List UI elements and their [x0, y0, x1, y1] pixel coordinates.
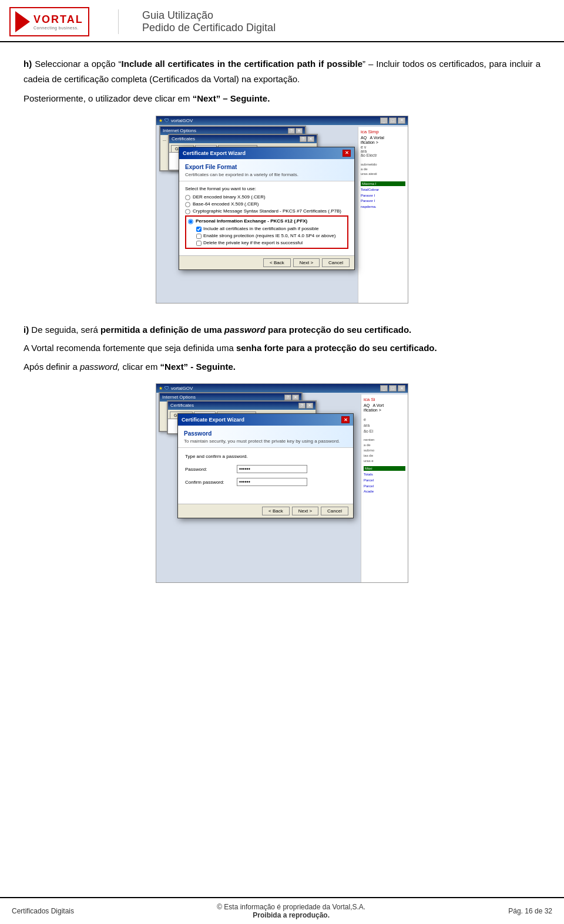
- section-i-italic1: password: [224, 325, 266, 335]
- io2-title: Internet Options: [162, 394, 196, 400]
- wizard2-type-label: Type and confirm a password.: [185, 454, 346, 459]
- wizard1-cb3[interactable]: Delete the private key if the export is …: [196, 240, 345, 246]
- close2-btn[interactable]: ✕: [398, 385, 405, 392]
- wizard1-cb2[interactable]: Enable strong protection (requires IE 5.…: [196, 233, 345, 239]
- io-x-btn[interactable]: ✕: [296, 128, 303, 134]
- header: VORTAL Connecting business. Guia Utiliza…: [0, 0, 564, 42]
- radio-pkcs7-label: Cryptographic Message Syntax Standard - …: [193, 208, 341, 214]
- shield-icon: 🛡: [164, 118, 169, 123]
- section-i-bold2: para protecção do seu certificado.: [266, 325, 411, 335]
- section-i-italic2: password,: [80, 362, 120, 372]
- browser-right-text3: ification >: [361, 140, 405, 144]
- minimize-btn[interactable]: _: [380, 117, 388, 124]
- io-title-text: Internet Options: [163, 128, 196, 134]
- wizard2-next-btn[interactable]: Next >: [292, 507, 318, 515]
- password-input[interactable]: ••••••: [237, 465, 307, 473]
- radio-base64[interactable]: [185, 202, 190, 207]
- section-i-label: i): [24, 325, 29, 335]
- cert-btns: ? ✕: [300, 136, 314, 142]
- cb-delete-key[interactable]: [196, 241, 202, 246]
- screenshot2: ★ 🛡 vortalGOV _ □ ✕ ica Si AQ A Vort ifi…: [156, 383, 408, 583]
- footer-left: Certificados Digitais: [12, 907, 74, 915]
- cb-strong-prot[interactable]: [196, 234, 202, 239]
- title-line1: Guia Utilização: [142, 9, 276, 22]
- logo-area: VORTAL Connecting business.: [9, 7, 112, 36]
- section-h-subsequently: Posteriormente, o utilizador deve clicar…: [24, 93, 193, 103]
- browser2-btns: _ □ ✕: [380, 385, 405, 392]
- section-i-bold3: senha forte para a protecção do seu cert…: [236, 343, 437, 353]
- logo-vortal-text: VORTAL: [33, 14, 83, 26]
- io2-q[interactable]: ?: [284, 394, 291, 400]
- wizard1-radio4[interactable]: Personal Information Exchange - PKCS #12…: [188, 218, 345, 224]
- title-line2: Pedido de Certificado Digital: [142, 22, 276, 34]
- wizard1-header: Export File Format Certificates can be e…: [179, 159, 354, 181]
- wizard1-radio1[interactable]: DER encoded binary X.509 (.CER): [185, 194, 348, 200]
- cert-q-btn[interactable]: ?: [300, 136, 307, 142]
- confirm-input[interactable]: ••••••: [237, 478, 307, 486]
- wizard2-header-title: Password: [184, 430, 347, 437]
- wizard1: Certificate Export Wizard ✕ Export File …: [179, 147, 355, 270]
- maximize-btn[interactable]: □: [389, 117, 397, 124]
- io2-btns: ? ✕: [284, 394, 299, 400]
- cert2-btns: ? ✕: [298, 403, 313, 409]
- io-btns: ? ✕: [288, 128, 303, 134]
- wizard2-titlebar: Certificate Export Wizard ✕: [178, 414, 353, 426]
- browser-titlebar: ★ 🛡 vortalGOV _ □ ✕: [156, 116, 408, 125]
- browser-right-links: TotalCobrarParasnr IParasnr Inapdema.: [361, 187, 405, 210]
- wizard1-body: Select the format you want to use: DER e…: [179, 181, 354, 255]
- cb-strong-label: Enable strong protection (requires IE 5.…: [203, 233, 335, 238]
- wizard1-next-btn[interactable]: Next >: [293, 258, 320, 267]
- wizard1-radio3[interactable]: Cryptographic Message Syntax Standard - …: [185, 208, 348, 214]
- section-h-before: Seleccionar a opção “: [35, 59, 121, 69]
- browser-right-text5: submetidoa deuras atesti: [361, 162, 405, 182]
- browser-content-area: ica Simp AQ A Vortal ification > e varaã…: [358, 127, 408, 303]
- wizard1-cb1[interactable]: Include all certificates in the certific…: [196, 226, 345, 232]
- wizard2-body: Type and confirm a password. Password: •…: [178, 448, 353, 492]
- browser-right-text4: e varaão Electr: [361, 145, 405, 157]
- cb-include-certs[interactable]: [196, 227, 202, 232]
- wizard2-confirm-row: Confirm password: ••••••: [185, 478, 346, 486]
- wizard2-back-btn[interactable]: < Back: [262, 507, 290, 515]
- browser2-right-t4: earaão El: [364, 417, 405, 434]
- wizard1-header-title: Export File Format: [185, 164, 348, 170]
- wizard2-cancel-btn[interactable]: Cancel: [321, 507, 348, 515]
- browser2-right-links: TotalsParcelParcelAcade: [364, 472, 405, 494]
- logo-border: VORTAL Connecting business.: [9, 7, 89, 36]
- max2-btn[interactable]: □: [389, 385, 397, 392]
- logo-tagline: Connecting business.: [33, 26, 83, 30]
- browser-right-text1: ica Simp: [361, 129, 405, 134]
- wizard2: Certificate Export Wizard ✕ Password To …: [177, 413, 354, 518]
- wizard1-close[interactable]: ✕: [343, 150, 351, 157]
- confirm-label: Confirm password:: [185, 480, 232, 485]
- browser-title-label: vortalGOV: [171, 118, 193, 123]
- wizard1-cancel-btn[interactable]: Cancel: [322, 258, 350, 267]
- close-btn[interactable]: ✕: [398, 117, 405, 124]
- section-h-next: “Next” – Seguinte.: [193, 93, 270, 103]
- browser-btns: _ □ ✕: [380, 117, 405, 124]
- logo-text-block: VORTAL Connecting business.: [33, 14, 83, 30]
- browser-right-text2: AQ A Vortal: [361, 136, 405, 140]
- wizard1-radio2[interactable]: Base-64 encoded X.509 (.CER): [185, 201, 348, 207]
- wizard2-close[interactable]: ✕: [341, 416, 350, 423]
- min2-btn[interactable]: _: [380, 385, 388, 392]
- screenshot1-container: ★ 🛡 vortalGOV _ □ ✕ ica Simp AQ A Vortal…: [24, 116, 540, 303]
- star2-icon: ★: [159, 386, 163, 391]
- io2-x[interactable]: ✕: [292, 394, 299, 400]
- wizard1-back-btn[interactable]: < Back: [263, 258, 291, 267]
- io-q-btn[interactable]: ?: [288, 128, 295, 134]
- cert2-q[interactable]: ?: [298, 403, 306, 409]
- footer-center-line2: Proibida a reprodução.: [217, 911, 365, 919]
- radio-der[interactable]: [185, 195, 190, 200]
- cert-x-btn[interactable]: ✕: [307, 136, 314, 142]
- radio-pkcs7[interactable]: [185, 209, 190, 214]
- wizard2-header: Password To maintain security, you must …: [178, 426, 353, 448]
- wizard1-select-label: Select the format you want to use:: [185, 186, 348, 191]
- cert2-x[interactable]: ✕: [306, 403, 313, 409]
- section-i-before: De seguida, será: [31, 325, 100, 335]
- main-content: h) Seleccionar a opção “Include all cert…: [0, 42, 564, 660]
- cert-titlebar: Certificates ? ✕: [169, 135, 317, 143]
- section-i-click: clicar em: [120, 362, 160, 372]
- footer-right: Pág. 16 de 32: [508, 907, 552, 915]
- screenshot1: ★ 🛡 vortalGOV _ □ ✕ ica Simp AQ A Vortal…: [156, 116, 408, 303]
- radio-pfx[interactable]: [188, 219, 193, 224]
